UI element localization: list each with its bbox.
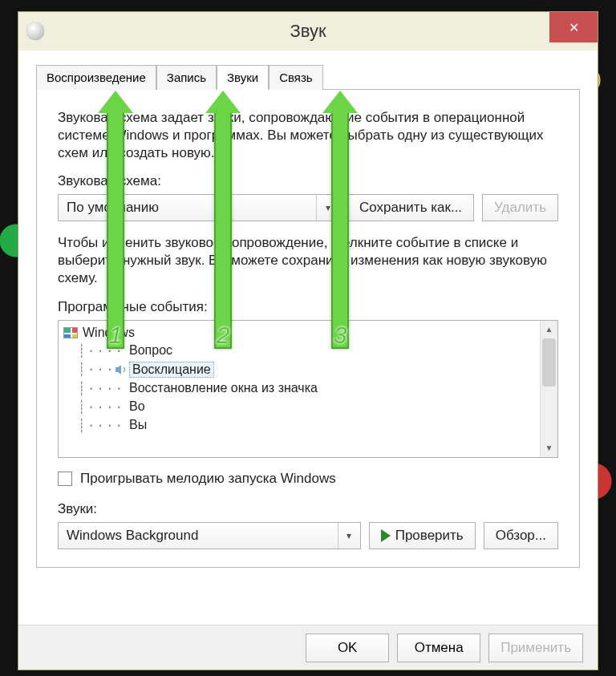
events-label: Программные события: <box>58 299 558 315</box>
system-icon <box>26 22 44 40</box>
play-startup-checkbox[interactable] <box>58 472 72 486</box>
annotation-arrow-2: 2 <box>214 108 232 349</box>
tree-item[interactable]: ┊···· Во <box>78 398 540 416</box>
tree-item[interactable]: ┊···· Вы <box>78 416 540 435</box>
sound-dialog-window: Звук ✕ Воспроизведение Запись Звуки Связ… <box>18 11 598 670</box>
close-button[interactable]: ✕ <box>549 12 598 43</box>
browse-button[interactable]: Обзор... <box>484 522 558 549</box>
tree-item[interactable]: ┊···· Восстановление окна из значка <box>78 379 540 398</box>
close-icon: ✕ <box>569 20 579 35</box>
cancel-button[interactable]: Отмена <box>397 633 480 662</box>
annotation-arrow-1: 1 <box>107 108 124 349</box>
tab-strip: Воспроизведение Запись Звуки Связь <box>36 65 580 90</box>
scroll-thumb[interactable] <box>542 338 556 387</box>
tree-root-windows[interactable]: Windows <box>63 324 540 342</box>
tree-item[interactable]: ┊···· Вопрос <box>78 342 540 360</box>
titlebar: Звук ✕ <box>18 12 598 51</box>
play-startup-label: Проигрывать мелодию запуска Windows <box>80 471 336 487</box>
dialog-content: Воспроизведение Запись Звуки Связь Звуко… <box>18 51 598 625</box>
dialog-footer: OK Отмена Применить <box>18 625 598 670</box>
sound-icon <box>113 364 129 375</box>
sounds-label: Звуки: <box>58 501 558 517</box>
windows-icon <box>63 327 78 338</box>
play-icon <box>381 529 391 542</box>
window-title: Звук <box>18 21 598 42</box>
tab-sounds[interactable]: Звуки <box>217 65 269 90</box>
apply-button: Применить <box>488 633 583 662</box>
program-events-list[interactable]: Windows ┊···· Вопрос ┊···· Восклицание <box>58 320 558 458</box>
chevron-down-icon: ▾ <box>338 523 360 548</box>
scheme-label: Звуковая схема: <box>58 173 558 189</box>
save-as-button[interactable]: Сохранить как... <box>347 194 474 221</box>
ok-button[interactable]: OK <box>306 633 389 662</box>
test-button[interactable]: Проверить <box>369 522 476 549</box>
listbox-scrollbar[interactable]: ▲ ▼ <box>540 321 557 457</box>
tab-recording[interactable]: Запись <box>156 65 217 90</box>
annotation-arrow-3: 3 <box>331 108 349 349</box>
tree-item[interactable]: ┊···· Восклицание <box>78 360 540 379</box>
delete-button: Удалить <box>482 194 558 221</box>
tab-communications[interactable]: Связь <box>269 65 322 90</box>
scheme-dropdown[interactable]: По умолчанию ▾ <box>58 194 339 221</box>
sound-file-value: Windows Background <box>67 528 198 544</box>
tab-playback[interactable]: Воспроизведение <box>36 65 156 90</box>
events-instruction: Чтобы изменить звуковое сопровождение, щ… <box>58 234 558 287</box>
scroll-down-button[interactable]: ▼ <box>541 439 557 457</box>
sound-file-dropdown[interactable]: Windows Background ▾ <box>58 522 361 549</box>
scroll-up-button[interactable]: ▲ <box>541 321 557 338</box>
scheme-description: Звуковая схема задает звуки, сопровождаю… <box>58 109 558 162</box>
